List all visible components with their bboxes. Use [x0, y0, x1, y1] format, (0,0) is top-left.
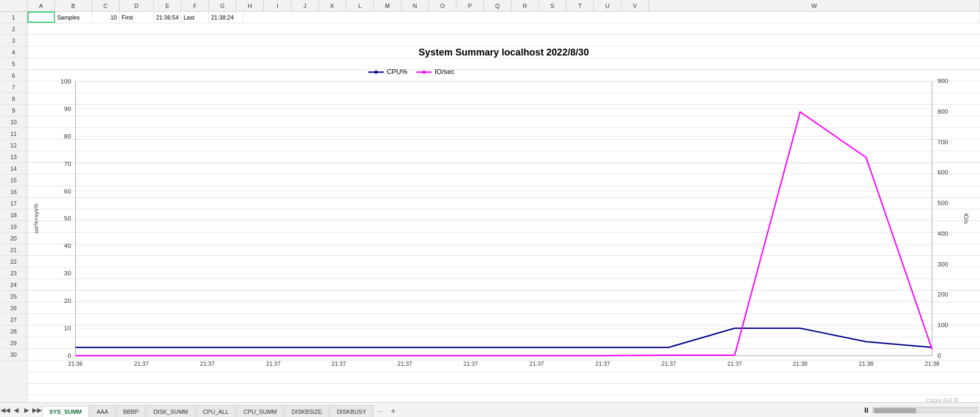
- y2-label-800: 800: [938, 108, 949, 115]
- row-num-17[interactable]: 17: [0, 198, 27, 209]
- tab-cpu-all[interactable]: CPU_ALL: [196, 405, 236, 417]
- row-num-10[interactable]: 10: [0, 116, 27, 128]
- sheet-tabs: SYS_SUMM AAA BBBP DISK_SUMM CPU_ALL CPU_…: [42, 403, 400, 417]
- tab-cpu-summ[interactable]: CPU_SUMM: [236, 405, 283, 417]
- y-label-40: 40: [64, 242, 71, 249]
- col-header-d[interactable]: D: [120, 0, 154, 11]
- row-num-2[interactable]: 2: [0, 23, 27, 35]
- row-num-25[interactable]: 25: [0, 291, 27, 302]
- col-header-g[interactable]: G: [209, 0, 236, 11]
- col-header-h[interactable]: H: [236, 0, 264, 11]
- col-header-t[interactable]: T: [566, 0, 594, 11]
- col-header-e[interactable]: E: [154, 0, 181, 11]
- tab-sys-summ[interactable]: SYS_SUMM: [42, 406, 89, 417]
- col-header-s[interactable]: S: [539, 0, 566, 11]
- cell-g1[interactable]: 21:38:24: [209, 12, 243, 23]
- row-num-13[interactable]: 13: [0, 151, 27, 163]
- row-num-30[interactable]: 30: [0, 349, 27, 360]
- cell-f1[interactable]: Last: [181, 12, 209, 23]
- col-header-l[interactable]: L: [346, 0, 374, 11]
- x-label-4: 21:37: [332, 361, 346, 367]
- col-header-o[interactable]: O: [429, 0, 456, 11]
- spreadsheet: A B C D E F G H I J K L M N O P Q R S T …: [0, 0, 980, 417]
- pause-icon[interactable]: ⏸: [863, 406, 870, 414]
- tab-nav-first[interactable]: ◀◀: [0, 405, 11, 415]
- row-num-22[interactable]: 22: [0, 256, 27, 267]
- tab-overflow-menu[interactable]: ···: [374, 405, 387, 417]
- row-num-18[interactable]: 18: [0, 209, 27, 221]
- y2-label-300: 300: [938, 261, 949, 268]
- tab-bbbp[interactable]: BBBP: [116, 405, 145, 417]
- tab-aaa[interactable]: AAA: [90, 405, 115, 417]
- y2-label-100: 100: [938, 321, 949, 329]
- row-num-4[interactable]: 4: [0, 47, 27, 58]
- tab-nav-prev[interactable]: ◀: [11, 405, 21, 415]
- row-num-29[interactable]: 29: [0, 337, 27, 349]
- cell-b1[interactable]: Samples: [55, 12, 92, 23]
- scrollbar-area: ⏸: [863, 406, 980, 414]
- row-num-7[interactable]: 7: [0, 81, 27, 93]
- row-num-19[interactable]: 19: [0, 221, 27, 233]
- legend-io-dot: [423, 71, 426, 74]
- tab-disk-summ[interactable]: DISK_SUMM: [146, 405, 195, 417]
- col-header-p[interactable]: P: [456, 0, 484, 11]
- cell-e1[interactable]: 21:36:54: [154, 12, 181, 23]
- col-header-m[interactable]: M: [374, 0, 401, 11]
- row-num-16[interactable]: 16: [0, 186, 27, 198]
- col-header-f[interactable]: F: [181, 0, 209, 11]
- watermark: CSDN @吕哥: [926, 397, 959, 402]
- row-num-24[interactable]: 24: [0, 279, 27, 291]
- row-num-28[interactable]: 28: [0, 326, 27, 337]
- cell-a1[interactable]: [28, 12, 55, 23]
- tab-add-button[interactable]: +: [387, 405, 400, 417]
- y-label-70: 70: [64, 160, 71, 168]
- col-header-v[interactable]: V: [621, 0, 649, 11]
- cell-c1[interactable]: 10: [92, 12, 120, 23]
- x-label-11: 21:38: [793, 361, 808, 367]
- y-label-50: 50: [64, 215, 71, 223]
- scrollbar-thumb[interactable]: [874, 408, 916, 413]
- x-label-1: 21:37: [134, 361, 149, 367]
- row-num-3[interactable]: 3: [0, 35, 27, 47]
- row-numbers: 1 2 3 4 5 6 7 8 9 10 11 12 13 14 15 16 1…: [0, 12, 28, 402]
- cell-rest1[interactable]: [243, 12, 980, 23]
- row-num-9[interactable]: 9: [0, 105, 27, 116]
- tab-nav-next[interactable]: ▶: [21, 405, 32, 415]
- y2-label-0: 0: [938, 352, 941, 359]
- horizontal-scrollbar[interactable]: [872, 407, 978, 413]
- col-header-q[interactable]: Q: [484, 0, 511, 11]
- cell-d1[interactable]: First: [120, 12, 154, 23]
- row-num-27[interactable]: 27: [0, 314, 27, 326]
- row-num-26[interactable]: 26: [0, 302, 27, 314]
- col-header-j[interactable]: J: [291, 0, 319, 11]
- col-header-n[interactable]: N: [401, 0, 429, 11]
- y-axis-title: usr%+sys%: [33, 203, 39, 234]
- tab-diskbusy[interactable]: DISKBUSY: [330, 405, 373, 417]
- col-header-a[interactable]: A: [28, 0, 55, 11]
- row-num-21[interactable]: 21: [0, 244, 27, 256]
- col-header-w[interactable]: W: [649, 0, 980, 11]
- row-num-12[interactable]: 12: [0, 140, 27, 151]
- y-label-90: 90: [64, 105, 71, 113]
- row-num-8[interactable]: 8: [0, 93, 27, 105]
- row-num-20[interactable]: 20: [0, 233, 27, 244]
- col-header-r[interactable]: R: [511, 0, 539, 11]
- y2-label-200: 200: [938, 291, 949, 298]
- col-header-i[interactable]: I: [264, 0, 291, 11]
- x-label-2: 21:37: [200, 361, 215, 367]
- y-label-80: 80: [64, 133, 71, 140]
- row-num-5[interactable]: 5: [0, 58, 27, 70]
- row-num-15[interactable]: 15: [0, 174, 27, 186]
- col-header-c[interactable]: C: [92, 0, 120, 11]
- row-num-1[interactable]: 1: [0, 12, 27, 23]
- col-header-b[interactable]: B: [55, 0, 92, 11]
- col-header-u[interactable]: U: [594, 0, 621, 11]
- row-num-14[interactable]: 14: [0, 163, 27, 174]
- tab-diskbsize[interactable]: DISKBSIZE: [285, 405, 328, 417]
- row-num-6[interactable]: 6: [0, 70, 27, 81]
- col-header-k[interactable]: K: [319, 0, 346, 11]
- tab-nav-last[interactable]: ▶▶: [32, 405, 42, 415]
- y-label-30: 30: [64, 270, 71, 277]
- row-num-11[interactable]: 11: [0, 128, 27, 140]
- row-num-23[interactable]: 23: [0, 267, 27, 279]
